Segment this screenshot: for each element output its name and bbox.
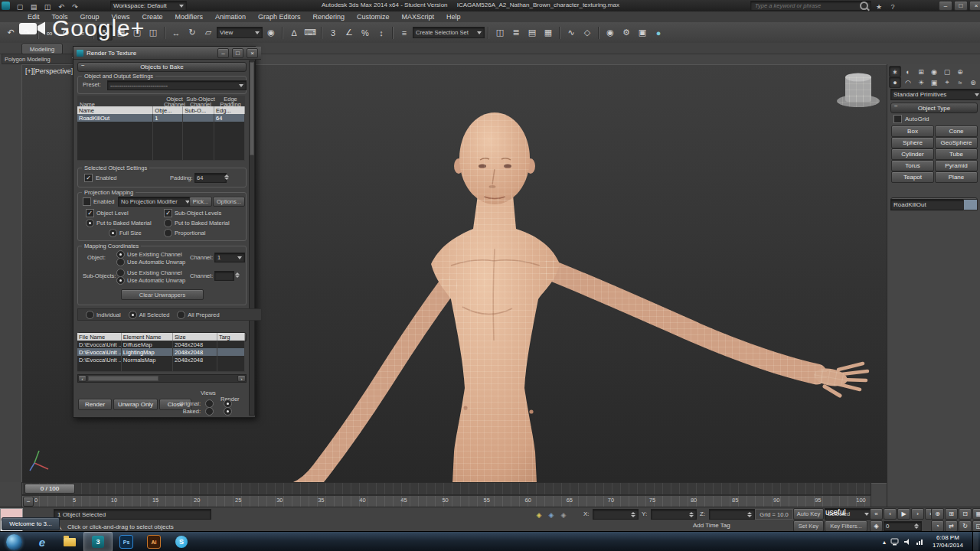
enabled-checkbox[interactable] — [84, 174, 93, 182]
taskbar-photoshop-icon[interactable]: Ps — [113, 533, 140, 551]
primitive-button-geosphere[interactable]: GeoSphere — [935, 137, 978, 148]
key-filters-button[interactable]: Key Filters... — [825, 520, 867, 532]
all-selected-radio[interactable] — [129, 311, 137, 319]
bake-header-object-channel[interactable]: Obje... — [153, 106, 183, 114]
angle-snap-icon[interactable]: ∠ — [341, 25, 357, 41]
object-type-rollout[interactable]: − Object Type — [890, 103, 978, 113]
workspace-dropdown[interactable]: Workspace: Default — [110, 1, 187, 11]
maximize-viewport-toggle-icon[interactable]: ◱ — [972, 520, 980, 532]
hidden-icons-arrow[interactable]: ▴ — [883, 539, 886, 546]
selection-lock-icon[interactable]: ◈ — [533, 509, 545, 520]
geometry-category-icon[interactable]: ● — [889, 77, 901, 88]
shapes-category-icon[interactable]: ◠ — [902, 77, 914, 88]
zoom-extents-icon[interactable]: ⊡ — [959, 508, 972, 520]
select-move-icon[interactable]: ↔ — [168, 25, 184, 41]
y-coordinate-field[interactable] — [651, 509, 697, 520]
select-scale-icon[interactable]: ▱ — [201, 25, 216, 41]
y-spinner[interactable] — [688, 512, 694, 517]
baked-views-radio[interactable] — [205, 407, 214, 416]
hscroll-right-arrow[interactable]: › — [237, 375, 246, 382]
bake-header-subobject-channel[interactable]: Sub-O... — [183, 106, 214, 114]
graphite-ribbon-icon[interactable]: ▦ — [541, 25, 556, 41]
select-rotate-icon[interactable]: ↻ — [185, 25, 200, 41]
bake-header-name[interactable]: Name — [77, 106, 153, 114]
primitive-button-plane[interactable]: Plane — [935, 171, 978, 183]
select-manipulate-icon[interactable]: ∆ — [286, 25, 302, 41]
object-level-checkbox[interactable] — [86, 209, 94, 217]
absolute-mode-icon[interactable]: ◈ — [545, 509, 557, 520]
field-of-view-icon[interactable]: ◔ — [931, 520, 944, 532]
autogrid-checkbox[interactable] — [893, 115, 902, 123]
previous-frame-button[interactable]: ‹ — [884, 508, 897, 520]
search-input[interactable] — [753, 2, 858, 10]
sub-channel-spinner[interactable] — [234, 271, 240, 279]
zoom-icon[interactable]: ⊕ — [931, 508, 944, 520]
create-tab-icon[interactable]: ∗ — [889, 66, 901, 77]
edit-named-sets-icon[interactable]: ≡ — [397, 25, 412, 41]
channel-dropdown[interactable]: 1 — [214, 253, 245, 262]
open-file-icon[interactable]: ▤ — [28, 1, 40, 12]
z-spinner[interactable] — [746, 512, 753, 517]
align-icon[interactable]: ≣ — [508, 25, 524, 41]
hscroll-thumb[interactable] — [88, 376, 158, 381]
save-file-icon[interactable]: ◫ — [41, 1, 54, 12]
menu-rendering[interactable]: Rendering — [307, 13, 351, 21]
snap-toggle-3d-icon[interactable]: 3 — [325, 25, 341, 41]
dialog-scrollbar[interactable] — [249, 60, 255, 416]
x-spinner[interactable] — [630, 512, 636, 517]
padding-field[interactable]: 64 — [194, 173, 227, 183]
object-name-field[interactable]: RoadKillOut — [890, 199, 967, 210]
primitive-button-teapot[interactable]: Teapot — [891, 171, 934, 183]
dialog-scrollbar-thumb[interactable] — [250, 62, 254, 155]
lights-category-icon[interactable]: ☀ — [915, 77, 927, 88]
tray-network-icon[interactable] — [916, 538, 923, 546]
menu-help[interactable]: Help — [440, 13, 467, 21]
projection-enabled-checkbox[interactable] — [83, 197, 91, 206]
put-baked-material-radio-left[interactable] — [86, 219, 94, 227]
help-icon[interactable]: ? — [887, 1, 899, 12]
proportional-radio[interactable] — [164, 229, 172, 237]
zoom-all-icon[interactable]: ⊞ — [945, 508, 958, 520]
taskbar-clock[interactable]: 6:08 PM 17/04/2014 — [928, 534, 968, 549]
objects-to-bake-rollout[interactable]: − Objects to Bake — [77, 62, 247, 72]
taskbar-ie-icon[interactable]: e — [28, 533, 56, 551]
x-coordinate-field[interactable] — [593, 509, 639, 520]
time-slider-track[interactable]: 0 / 100 — [21, 482, 871, 495]
spacewarps-category-icon[interactable]: ≈ — [954, 77, 966, 88]
viewport-label[interactable]: [+][Perspective] — [25, 67, 73, 75]
bake-table-header[interactable]: Name Obje... Sub-O... Edg... — [77, 106, 245, 114]
menu-customize[interactable]: Customize — [351, 13, 396, 21]
keyboard-override-icon[interactable]: ⌨ — [302, 25, 318, 41]
named-selection-sets-dropdown[interactable]: Create Selection Set — [413, 27, 485, 38]
menu-animation[interactable]: Animation — [209, 13, 252, 21]
pick-button[interactable]: Pick... — [189, 197, 212, 207]
individual-radio[interactable] — [86, 311, 94, 319]
object-use-automatic-radio[interactable] — [116, 258, 125, 266]
primitive-button-torus[interactable]: Torus — [891, 160, 934, 171]
put-baked-material-radio-right[interactable] — [164, 219, 172, 227]
hscroll-left-arrow[interactable]: ‹ — [78, 375, 87, 382]
taskbar-3dsmax-icon[interactable]: 3 — [83, 532, 113, 551]
z-coordinate-field[interactable] — [709, 509, 755, 520]
primitive-button-tube[interactable]: Tube — [935, 148, 978, 160]
infocenter-search[interactable] — [750, 1, 871, 11]
primitive-button-cone[interactable]: Cone — [935, 126, 978, 137]
projection-modifier-dropdown[interactable]: No Projection Modifier — [118, 197, 193, 207]
undo-icon[interactable]: ↶ — [3, 25, 18, 41]
curve-editor-icon[interactable]: ∿ — [564, 25, 579, 41]
output-header-target[interactable]: Targ — [217, 333, 245, 341]
primitive-category-dropdown[interactable]: Standard Primitives — [890, 89, 980, 100]
primitive-button-cylinder[interactable]: Cylinder — [891, 148, 934, 160]
render-setup-icon[interactable]: ⚙ — [619, 25, 634, 41]
full-size-radio[interactable] — [109, 229, 117, 237]
auto-key-button[interactable]: Auto Key — [793, 508, 824, 520]
reference-coordinate-dropdown[interactable]: View — [217, 27, 263, 38]
output-header-file[interactable]: File Name — [77, 333, 122, 341]
options-button[interactable]: Options... — [213, 197, 245, 207]
rendered-frame-window-icon[interactable]: ▣ — [635, 25, 650, 41]
go-to-start-button[interactable]: « — [870, 508, 883, 520]
redo-qat-icon[interactable]: ↷ — [69, 1, 81, 12]
display-tab-icon[interactable]: ▢ — [941, 66, 953, 77]
window-crossing-icon[interactable]: ◫ — [145, 25, 161, 41]
render-button[interactable]: Render — [78, 399, 112, 410]
